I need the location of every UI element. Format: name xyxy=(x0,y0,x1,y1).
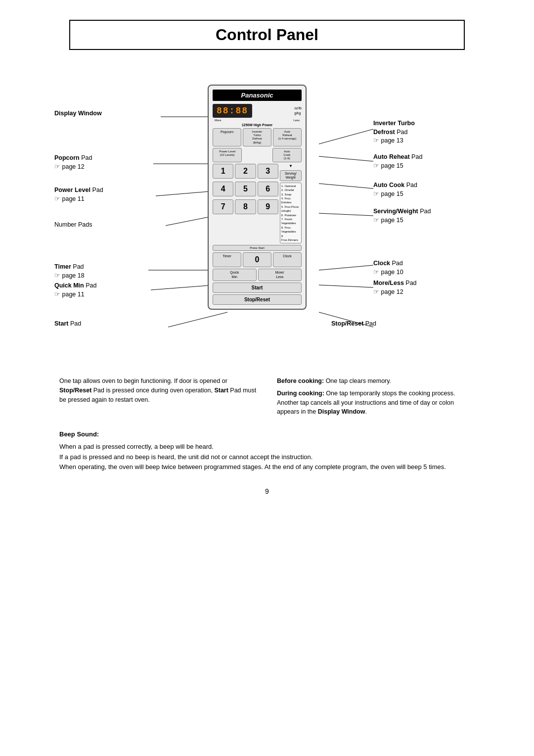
power-level-annotation: Power Level Pad ☞ page 11 xyxy=(54,186,103,203)
num-3-button[interactable]: 3 xyxy=(258,164,278,179)
popcorn-arrow-icon: ☞ xyxy=(54,163,60,170)
svg-line-6 xyxy=(168,312,227,327)
stop-reset-inline-bold: Stop/Reset xyxy=(59,387,91,394)
quick-more-row: QuickMin More/Less xyxy=(213,269,302,281)
timer-label: Timer xyxy=(54,263,71,270)
clock-button[interactable]: Clock xyxy=(273,252,302,267)
auto-cook-page-ref: page 15 xyxy=(381,190,403,197)
auto-cook-item-3: 3. Soup xyxy=(281,192,300,196)
before-cooking-bold: Before cooking: xyxy=(277,378,324,384)
popcorn-button[interactable]: Popcorn xyxy=(213,128,241,146)
power-level-button[interactable]: Power Level(10 Levels) xyxy=(213,148,242,163)
num-5-button[interactable]: 5 xyxy=(235,182,256,196)
display-window-inline-bold: Display Window xyxy=(318,408,365,415)
auto-reheat-page-ref: page 15 xyxy=(381,162,403,169)
serving-weight-arrow-icon: ☞ xyxy=(373,217,379,224)
svg-line-8 xyxy=(319,156,373,161)
power-level-pad-text: Pad xyxy=(92,187,103,193)
timer-clock-row: Timer 0 Clock xyxy=(213,252,302,267)
popcorn-pad-annotation: Popcorn Pad ☞ page 12 xyxy=(54,154,92,171)
power-label: 1250W High Power xyxy=(213,123,302,127)
auto-reheat-button[interactable]: AutoReheat(1-4 servings) xyxy=(273,128,302,146)
less-label: Less xyxy=(293,119,300,122)
inverter-arrow-icon: ☞ xyxy=(373,137,379,144)
timer-page-ref: page 18 xyxy=(62,272,84,279)
popcorn-page-ref: page 12 xyxy=(62,163,84,170)
auto-cook-item-1: 1. Oatmeal xyxy=(281,184,300,188)
start-inline-bold: Start xyxy=(214,387,228,394)
auto-cook-list: 1. Oatmeal 2. Omelet 3. Soup 4. Froz. En… xyxy=(280,183,302,243)
auto-reheat-arrow-icon: ☞ xyxy=(373,162,379,169)
popcorn-label: Popcorn xyxy=(54,154,80,161)
arrow-down-icon: ▼ xyxy=(280,164,302,168)
display-units: oz/lb g/kg xyxy=(294,106,302,116)
auto-cook-button[interactable]: AutoCook(1-9) xyxy=(272,148,302,163)
display-window-label: Display Window xyxy=(54,110,102,117)
clock-pad-annotation: Clock Pad ☞ page 10 xyxy=(373,259,403,277)
start-button[interactable]: Start xyxy=(213,283,302,293)
more-less-pad-text: Pad xyxy=(405,280,416,286)
beep-sound-title: Beep Sound: xyxy=(59,429,475,440)
num-6-button[interactable]: 6 xyxy=(258,182,278,196)
popcorn-pad-text: Pad xyxy=(81,154,92,161)
display-row: 88:88 oz/lb g/kg xyxy=(213,104,302,118)
more-less-label: More/Less xyxy=(373,280,404,286)
brand-label: Panasonic xyxy=(213,90,302,101)
inverter-page-ref: page 13 xyxy=(381,137,403,144)
quick-min-label: Quick Min xyxy=(54,282,84,289)
number-pads-label: Number Pads xyxy=(54,221,92,228)
more-label: More xyxy=(215,119,222,122)
auto-cook-arrow-icon: ☞ xyxy=(373,190,379,197)
clock-label: Clock xyxy=(373,260,390,267)
desc-section: One tap allows oven to begin functioning… xyxy=(30,377,504,420)
buttons-row-1: Popcorn InverterTurboDefrost(lb/kg) Auto… xyxy=(213,128,302,146)
quick-min-annotation: Quick Min Pad ☞ page 11 xyxy=(54,282,96,299)
quick-min-page-ref: page 11 xyxy=(62,291,84,298)
more-less-arrow-icon: ☞ xyxy=(373,288,379,295)
page-title-box: Control Panel xyxy=(69,20,465,50)
more-less-page-ref: page 12 xyxy=(381,288,403,295)
unit-g-kg: g/kg xyxy=(294,111,302,116)
inverter-turbo-defrost-button[interactable]: InverterTurboDefrost(lb/kg) xyxy=(243,128,271,146)
buttons-row-2: Power Level(10 Levels) AutoCook(1-9) xyxy=(213,148,302,163)
beep-line-1: When a pad is pressed correctly, a beep … xyxy=(59,442,475,452)
beep-section: Beep Sound: When a pad is pressed correc… xyxy=(30,429,504,472)
beep-line-3: When operating, the oven will beep twice… xyxy=(59,462,475,472)
stop-reset-label: Stop/Reset xyxy=(331,320,363,327)
auto-reheat-label: Auto Reheat xyxy=(373,153,410,160)
serving-weight-button[interactable]: Serving/Weight xyxy=(280,170,302,181)
quick-min-button[interactable]: QuickMin xyxy=(213,269,257,281)
svg-line-5 xyxy=(151,285,215,290)
unit-oz-lb: oz/lb xyxy=(294,106,302,111)
stop-reset-button[interactable]: Stop/Reset xyxy=(213,294,302,305)
num-7-button[interactable]: 7 xyxy=(213,199,233,214)
serving-weight-page-ref: page 15 xyxy=(381,217,403,224)
timer-button[interactable]: Timer xyxy=(213,252,241,267)
auto-cook-item-2: 2. Omelet xyxy=(281,188,300,192)
inverter-turbo-defrost-pad-text: Pad xyxy=(397,129,407,136)
more-less-button[interactable]: More/Less xyxy=(258,269,302,281)
page-title: Control Panel xyxy=(216,26,318,44)
stop-reset-pad-text: Pad xyxy=(365,320,376,327)
quick-min-arrow-icon: ☞ xyxy=(54,291,60,298)
diagram-area: Panasonic 88:88 oz/lb g/kg More Less 125… xyxy=(44,65,490,372)
start-pad-annotation: Start Pad xyxy=(54,320,81,329)
page: Control Panel xyxy=(0,0,534,756)
auto-reheat-pad-text: Pad xyxy=(411,153,422,160)
beep-line-2: If a pad is pressed and no beep is heard… xyxy=(59,452,475,463)
svg-line-11 xyxy=(319,265,373,270)
power-level-arrow-icon: ☞ xyxy=(54,195,60,202)
num-1-button[interactable]: 1 xyxy=(213,164,233,179)
num-0-button[interactable]: 0 xyxy=(243,252,271,267)
start-pad-text: Pad xyxy=(70,320,81,327)
num-8-button[interactable]: 8 xyxy=(235,199,256,214)
serving-weight-label: Serving/Weight xyxy=(373,208,418,215)
page-number: 9 xyxy=(30,487,504,495)
svg-line-2 xyxy=(156,191,215,196)
num-4-button[interactable]: 4 xyxy=(213,182,233,196)
more-less-bar: More Less xyxy=(213,119,302,122)
num-2-button[interactable]: 2 xyxy=(235,164,256,179)
num-9-button[interactable]: 9 xyxy=(258,199,278,214)
auto-cook-item-9: 9. Froz.Dinners xyxy=(281,234,300,242)
auto-cook-item-6: 6. Potatoes xyxy=(281,213,300,217)
